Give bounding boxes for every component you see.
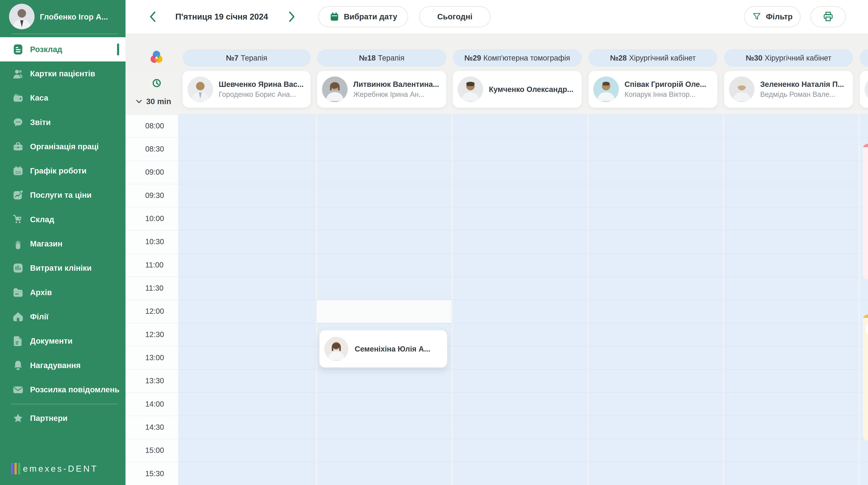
calendar-icon <box>12 165 24 177</box>
doctor-card[interactable]: Шевченко Ярина Вас... Городенко Борис Ан… <box>183 71 311 108</box>
sidebar-item-shop[interactable]: Магазин <box>0 232 125 256</box>
sidebar-item-branches[interactable]: Філії <box>0 305 125 329</box>
calendar-icon <box>329 11 340 22</box>
doctor-name: Зелененко Наталія П... <box>760 80 844 89</box>
sidebar-item-organization[interactable]: Організація праці <box>0 134 125 159</box>
chevron-down-icon <box>136 99 143 104</box>
sidebar-item-label: Розклад <box>30 45 62 54</box>
sidebar-item-warehouse[interactable]: Склад <box>0 207 125 232</box>
bag-icon <box>12 238 24 250</box>
room-number: №18 <box>359 54 376 62</box>
sidebar-item-label: Каса <box>30 93 48 102</box>
sidebar-item-partners[interactable]: Партнери <box>0 406 125 430</box>
briefcase-icon <box>12 141 24 153</box>
assistant-name: Жеребнюк Ірина Ан... <box>353 90 439 98</box>
room-header-30[interactable]: №30 Хірургічний кабінет <box>724 49 853 66</box>
time-label: 11:00 <box>145 261 163 269</box>
column-separator <box>859 114 860 485</box>
room-title: Терапія <box>378 54 404 62</box>
appointment-card-yellow-partial[interactable] <box>863 314 868 441</box>
doctor-avatar <box>593 77 619 102</box>
envelope-icon <box>12 384 24 396</box>
sidebar-item-archive[interactable]: Архів <box>0 280 125 305</box>
room-header-29[interactable]: №29 Комп'ютерна томографія <box>453 49 582 66</box>
color-legend-icon[interactable] <box>149 50 164 65</box>
room-title: Комп'ютерна томографія <box>484 54 570 62</box>
house-icon <box>12 311 24 323</box>
free-slot-highlight[interactable] <box>317 300 451 323</box>
sidebar-item-label: Філії <box>30 312 49 321</box>
printer-icon <box>822 11 834 23</box>
cart-icon <box>12 214 24 225</box>
appointment-card[interactable]: Семеніхіна Юлія А... <box>319 330 447 367</box>
prev-day-button[interactable] <box>145 7 160 26</box>
appointment-card-pink-partial[interactable] <box>863 144 868 279</box>
folder-icon <box>12 286 24 299</box>
topbar: П'ятниця 19 січня 2024 Вибрати дату Сьог… <box>125 0 868 34</box>
sidebar-item-documents[interactable]: Документи <box>0 329 125 353</box>
sidebar-item-label: Нагадування <box>30 361 81 370</box>
room-header-18[interactable]: №18 Терапія <box>317 49 446 66</box>
doctor-card[interactable]: Кумченко Олександр... <box>453 71 582 108</box>
today-label: Сьогодні <box>437 12 472 21</box>
room-header-28[interactable]: №28 Хірургічний кабінет <box>588 49 717 66</box>
doctor-card[interactable]: Литвинюк Валентина... Жеребнюк Ірина Ан.… <box>317 71 446 108</box>
doctor-name: Кумченко Олександр... <box>489 85 574 94</box>
doctor-card[interactable]: Співак Григорій Оле... Копарук Інна Вікт… <box>588 71 717 108</box>
column-separator <box>723 114 724 485</box>
interval-dropdown[interactable]: 30 min <box>136 97 171 106</box>
print-button[interactable] <box>810 6 846 27</box>
room-number: №28 <box>610 54 627 62</box>
sidebar-item-label: Розсилка повідомлень <box>30 385 120 394</box>
sidebar-nav: Розклад Картки пацієнтів Каса Звіти Орга… <box>0 37 125 402</box>
sidebar-item-expenses[interactable]: Витрати клініки <box>0 256 125 280</box>
chat-icon <box>12 116 24 128</box>
schedule-icon <box>12 43 24 56</box>
time-label: 13:30 <box>145 376 164 385</box>
assistant-name: Ведмідь Роман Вале... <box>760 90 844 98</box>
logo-text: emexes-DENT <box>23 463 98 474</box>
today-button[interactable]: Сьогодні <box>419 6 491 27</box>
room-number: №7 <box>226 54 239 62</box>
doctor-avatar <box>729 77 754 102</box>
bell-icon <box>12 359 24 371</box>
column-separator <box>452 114 453 485</box>
sidebar-item-work-schedule[interactable]: Графік роботи <box>0 159 125 183</box>
sidebar-item-label: Організація праці <box>30 142 99 151</box>
room-title: Терапія <box>241 54 267 62</box>
time-label: 14:00 <box>145 400 164 408</box>
pick-date-button[interactable]: Вибрати дату <box>318 6 408 27</box>
doctor-name: Шевченко Ярина Вас... <box>219 80 304 89</box>
sidebar-item-mailing[interactable]: Розсилка повідомлень <box>0 377 125 402</box>
bar-chart-icon <box>12 262 24 274</box>
sidebar-item-services[interactable]: Послуги та ціни <box>0 183 125 207</box>
document-icon <box>12 335 24 347</box>
sidebar-item-reminders[interactable]: Нагадування <box>0 353 125 377</box>
sidebar-divider <box>11 404 118 404</box>
user-name: Глобенко Ігор А... <box>40 0 108 34</box>
room-header-7[interactable]: №7 Терапія <box>183 49 311 66</box>
wallet-icon <box>12 92 24 104</box>
time-label: 10:30 <box>145 237 164 246</box>
doctor-card[interactable] <box>860 71 868 108</box>
filter-button[interactable]: Фільтр <box>744 6 801 27</box>
star-icon <box>12 412 24 424</box>
schedule-grid[interactable] <box>178 114 868 485</box>
doctor-avatar <box>322 77 348 102</box>
next-day-button[interactable] <box>284 7 299 26</box>
time-label: 14:30 <box>145 423 164 431</box>
sidebar-item-zvity[interactable]: Звіти <box>0 110 125 134</box>
user-profile[interactable]: Глобенко Ігор А... <box>0 0 125 34</box>
doctor-card[interactable]: Зелененко Наталія П... Ведмідь Роман Вал… <box>724 71 853 108</box>
time-label: 08:30 <box>145 145 164 153</box>
sidebar-item-rozklad[interactable]: Розклад <box>0 37 125 61</box>
sidebar-item-label: Партнери <box>30 414 67 423</box>
filter-icon <box>752 12 762 22</box>
room-number: №29 <box>464 54 481 62</box>
sidebar-item-kasa[interactable]: Каса <box>0 86 125 110</box>
sidebar-item-patients[interactable]: Картки пацієнтів <box>0 61 125 86</box>
sidebar-item-label: Послуги та ціни <box>30 191 92 200</box>
doctor-name: Співак Григорій Оле... <box>624 80 706 89</box>
time-label: 09:30 <box>145 191 164 200</box>
current-date-label: П'ятниця 19 січня 2024 <box>175 0 269 33</box>
